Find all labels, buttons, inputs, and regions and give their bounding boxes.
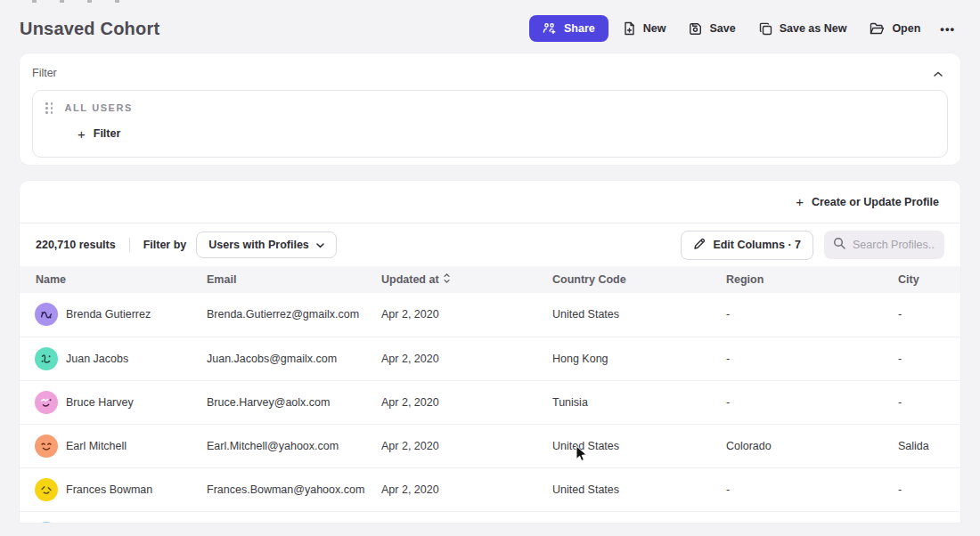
profile-name: Frances Bowman (66, 483, 152, 496)
profile-updated-at: Apr 2, 2020 (381, 337, 552, 380)
table-row[interactable]: Juan Jacobs Juan.Jacobs@gmailx.com Apr 2… (20, 337, 960, 380)
top-bar: Unsaved Cohort Share New (0, 0, 980, 53)
copy-icon (759, 22, 772, 36)
add-filter-button[interactable]: + Filter (78, 127, 120, 141)
table-row[interactable]: Earl Mitchell Earl.Mitchell@yahoox.com A… (20, 424, 960, 467)
profile-country: Hong Kong (552, 337, 726, 380)
search-profiles-input[interactable] (853, 239, 935, 251)
profile-email: Juan.Jacobs@gmailx.com (207, 337, 381, 380)
action-buttons: Share New Save (529, 14, 960, 43)
profile-region: Colorado (726, 424, 898, 467)
profile-city: Salida (898, 424, 960, 467)
toolbar-divider (129, 238, 130, 252)
edit-columns-label: Edit Columns · 7 (713, 239, 801, 251)
profile-city: - (898, 293, 960, 337)
table-row[interactable]: Bruce Harvey Bruce.Harvey@aolx.com Apr 2… (20, 380, 960, 424)
filter-by-label: Filter by (143, 239, 187, 251)
table-row[interactable]: Frances Bowman Frances.Bowman@yahoox.com… (20, 467, 960, 511)
all-users-label: ALL USERS (65, 102, 134, 113)
filter-group-card: ALL USERS + Filter (32, 90, 948, 158)
avatar (35, 522, 58, 523)
profile-type-dropdown-value: Users with Profiles (208, 239, 309, 251)
profile-name: Earl Mitchell (66, 440, 127, 452)
save-icon (689, 22, 702, 36)
filter-panel-title: Filter (32, 67, 57, 79)
save-button[interactable]: Save (680, 15, 744, 43)
chevron-down-icon (316, 239, 324, 251)
profile-name: Juan Jacobs (66, 353, 128, 365)
sort-icon[interactable] (444, 273, 450, 286)
open-button[interactable]: Open (861, 15, 929, 42)
column-header-region[interactable]: Region (726, 266, 898, 293)
clipped-breadcrumb (32, 0, 119, 3)
collapse-filter-button[interactable] (930, 64, 946, 81)
results-panel: + Create or Update Profile 220,710 resul… (20, 181, 960, 523)
folder-open-icon (870, 22, 885, 35)
share-button[interactable]: Share (529, 15, 608, 42)
filter-panel: Filter ALL USERS + Filter (20, 53, 960, 165)
table-row[interactable]: Brenda Gutierrez Brenda.Gutierrez@gmailx… (20, 293, 960, 337)
profile-region: - (726, 380, 898, 424)
create-or-update-profile-label: Create or Update Profile (812, 196, 939, 208)
create-or-update-profile-button[interactable]: + Create or Update Profile (796, 195, 939, 208)
avatar (35, 391, 58, 414)
profile-updated-at: Apr 2, 2020 (381, 380, 552, 424)
new-document-icon (623, 21, 636, 36)
share-button-label: Share (564, 22, 595, 35)
new-button[interactable]: New (614, 14, 675, 43)
profile-country: United States (552, 424, 726, 467)
table-row-partial[interactable] (20, 511, 960, 523)
profile-email: Brenda.Gutierrez@gmailx.com (207, 293, 381, 337)
column-header-country-code[interactable]: Country Code (552, 266, 726, 293)
search-profiles-box (824, 231, 944, 259)
profile-region: - (726, 337, 898, 380)
results-count: 220,710 results (36, 239, 116, 251)
avatar (35, 347, 58, 370)
profile-country: United States (552, 293, 726, 337)
plus-icon: + (78, 127, 86, 141)
page-title: Unsaved Cohort (20, 19, 159, 39)
table-header-row: Name Email Updated at Country Code Regio… (20, 266, 960, 293)
search-icon (833, 237, 845, 253)
column-header-city[interactable]: City (898, 266, 960, 293)
profile-city: - (898, 467, 960, 511)
chevron-up-icon (934, 66, 943, 79)
profile-email: Frances.Bowman@yahoox.com (207, 467, 381, 511)
edit-columns-button[interactable]: Edit Columns · 7 (681, 231, 813, 260)
profile-type-dropdown[interactable]: Users with Profiles (196, 231, 337, 258)
profile-email: Earl.Mitchell@yahoox.com (207, 424, 381, 467)
save-as-new-button[interactable]: Save as New (750, 15, 856, 43)
column-header-name[interactable]: Name (20, 266, 207, 293)
pencil-icon (693, 238, 706, 253)
profiles-table: Name Email Updated at Country Code Regio… (20, 266, 960, 523)
save-as-new-button-label: Save as New (780, 22, 847, 35)
profile-country: Tunisia (552, 380, 726, 424)
column-header-updated-at[interactable]: Updated at (381, 266, 552, 293)
open-button-label: Open (892, 22, 920, 35)
profile-updated-at: Apr 2, 2020 (381, 467, 552, 511)
more-options-button[interactable]: ••• (935, 15, 960, 43)
profile-country: United States (552, 467, 726, 511)
add-filter-button-label: Filter (94, 127, 121, 140)
share-users-icon (543, 22, 557, 35)
column-header-email[interactable]: Email (207, 266, 381, 293)
profile-name: Brenda Gutierrez (66, 308, 151, 321)
profile-updated-at: Apr 2, 2020 (381, 293, 552, 337)
avatar (35, 303, 58, 326)
drag-handle-icon[interactable] (45, 102, 53, 114)
profile-region: - (726, 467, 898, 511)
profile-region: - (726, 293, 898, 337)
profile-email: Bruce.Harvey@aolx.com (207, 380, 381, 424)
profile-name: Bruce Harvey (66, 396, 134, 409)
profile-city: - (898, 337, 960, 380)
table-toolbar: 220,710 results Filter by Users with Pro… (20, 223, 960, 266)
profile-city: - (898, 380, 960, 424)
plus-icon: + (796, 195, 804, 208)
save-button-label: Save (709, 22, 735, 35)
new-button-label: New (643, 22, 666, 35)
avatar (35, 478, 58, 501)
more-dots-icon: ••• (940, 22, 955, 36)
avatar (35, 434, 58, 458)
profile-updated-at: Apr 2, 2020 (381, 424, 552, 467)
